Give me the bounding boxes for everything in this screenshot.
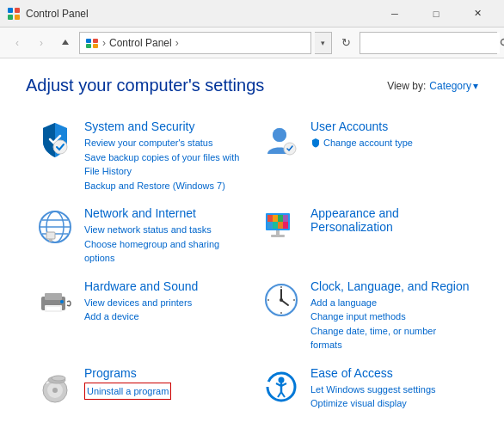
- clock-link-3[interactable]: Change date, time, or number formats: [310, 324, 470, 352]
- user-accounts-title[interactable]: User Accounts: [310, 119, 470, 133]
- svg-rect-19: [46, 232, 55, 239]
- page-title: Adjust your computer's settings: [26, 76, 264, 95]
- search-input[interactable]: [360, 33, 500, 53]
- search-box: [360, 32, 497, 54]
- svg-rect-0: [8, 8, 13, 13]
- shield-small-icon: [310, 138, 321, 148]
- categories-grid: System and Security Review your computer…: [26, 113, 478, 419]
- category-network-internet: Network and Internet View network status…: [26, 199, 252, 272]
- user-accounts-link-1[interactable]: Change account type: [323, 136, 413, 150]
- title-bar-buttons: ─ □ ✕: [375, 0, 497, 28]
- refresh-button[interactable]: ↻: [335, 33, 356, 53]
- svg-rect-34: [45, 293, 62, 300]
- maximize-button[interactable]: □: [416, 0, 456, 28]
- svg-rect-7: [93, 44, 98, 48]
- category-appearance: Appearance and Personalization: [252, 199, 478, 272]
- user-accounts-content: User Accounts Change account type: [310, 119, 470, 150]
- programs-content: Programs Uninstall a program: [84, 366, 243, 401]
- svg-rect-25: [278, 215, 283, 222]
- network-link-2[interactable]: Choose homegroup and sharing options: [84, 237, 243, 266]
- view-by-control: View by: Category ▾: [387, 80, 478, 92]
- view-by-value[interactable]: Category ▾: [429, 80, 478, 92]
- title-bar-title: Control Panel: [26, 8, 375, 20]
- svg-rect-26: [283, 215, 288, 222]
- svg-point-10: [53, 140, 67, 154]
- system-security-content: System and Security Review your computer…: [84, 119, 243, 193]
- svg-point-49: [52, 388, 58, 393]
- system-security-link-3[interactable]: Backup and Restore (Windows 7): [84, 179, 243, 193]
- ease-of-access-icon: [261, 366, 302, 407]
- appearance-title[interactable]: Appearance and Personalization: [310, 206, 470, 234]
- hardware-sound-icon: [34, 279, 76, 321]
- path-separator: ›: [102, 37, 106, 49]
- search-button[interactable]: [500, 33, 504, 53]
- svg-rect-1: [15, 8, 20, 13]
- category-ease-of-access: Ease of Access Let Windows suggest setti…: [252, 359, 478, 419]
- svg-line-58: [281, 392, 285, 397]
- clock-link-1[interactable]: Add a language: [310, 296, 470, 310]
- system-security-title[interactable]: System and Security: [84, 119, 243, 133]
- address-path: › Control Panel ›: [79, 32, 311, 54]
- appearance-icon: [261, 206, 302, 248]
- programs-link-1[interactable]: Uninstall a program: [84, 383, 171, 401]
- svg-rect-30: [283, 222, 288, 229]
- svg-rect-24: [273, 215, 278, 222]
- forward-button[interactable]: ›: [31, 33, 52, 53]
- hardware-link-1[interactable]: View devices and printers: [84, 296, 243, 310]
- svg-rect-27: [267, 222, 273, 229]
- ease-of-access-title[interactable]: Ease of Access: [310, 366, 470, 380]
- system-security-link-1[interactable]: Review your computer's status: [84, 136, 243, 150]
- svg-rect-31: [276, 230, 280, 235]
- clock-language-content: Clock, Language, and Region Add a langua…: [310, 279, 470, 352]
- category-hardware-sound: Hardware and Sound View devices and prin…: [26, 272, 252, 359]
- category-system-security: System and Security Review your computer…: [26, 113, 252, 199]
- category-clock-language: Clock, Language, and Region Add a langua…: [252, 272, 478, 359]
- svg-point-12: [273, 128, 286, 142]
- svg-point-42: [280, 298, 283, 302]
- category-user-accounts: User Accounts Change account type: [252, 113, 478, 199]
- svg-rect-29: [278, 222, 283, 229]
- hardware-sound-title[interactable]: Hardware and Sound: [84, 279, 243, 293]
- network-internet-content: Network and Internet View network status…: [84, 206, 243, 266]
- ease-of-access-content: Ease of Access Let Windows suggest setti…: [310, 366, 470, 411]
- svg-point-8: [501, 39, 505, 45]
- hardware-sound-content: Hardware and Sound View devices and prin…: [84, 279, 243, 324]
- svg-rect-2: [8, 15, 13, 20]
- path-control-panel[interactable]: Control Panel: [109, 37, 172, 49]
- svg-rect-32: [271, 235, 285, 237]
- main-content: Adjust your computer's settings View by:…: [0, 58, 504, 447]
- clock-language-title[interactable]: Clock, Language, and Region: [310, 279, 470, 293]
- ease-link-1[interactable]: Let Windows suggest settings: [310, 383, 470, 397]
- svg-rect-23: [267, 215, 273, 222]
- chevron-down-icon: ▾: [473, 80, 478, 92]
- close-button[interactable]: ✕: [458, 0, 497, 28]
- system-security-link-2[interactable]: Save backup copies of your files with Fi…: [84, 150, 243, 179]
- svg-point-37: [60, 300, 64, 303]
- programs-title[interactable]: Programs: [84, 366, 243, 380]
- title-bar-icon: [7, 7, 21, 21]
- svg-rect-36: [46, 307, 60, 310]
- change-account-row: Change account type: [310, 136, 470, 150]
- category-programs: Programs Uninstall a program: [26, 359, 252, 419]
- page-header: Adjust your computer's settings View by:…: [26, 76, 478, 95]
- svg-rect-6: [86, 44, 91, 48]
- network-internet-icon: [34, 206, 76, 248]
- programs-icon: [34, 366, 76, 407]
- clock-link-2[interactable]: Change input methods: [310, 309, 470, 324]
- svg-rect-20: [49, 239, 52, 242]
- hardware-link-2[interactable]: Add a device: [84, 309, 243, 324]
- address-bar: ‹ › › Control Panel › ▾ ↻: [0, 28, 504, 58]
- system-security-icon: [34, 119, 76, 161]
- network-link-1[interactable]: View network status and tasks: [84, 223, 243, 237]
- svg-rect-5: [93, 39, 98, 43]
- appearance-content: Appearance and Personalization: [310, 206, 470, 236]
- back-button[interactable]: ‹: [7, 33, 28, 53]
- path-separator-2: ›: [175, 37, 179, 49]
- minimize-button[interactable]: ─: [375, 0, 415, 28]
- up-button[interactable]: [55, 33, 76, 53]
- svg-point-51: [52, 376, 65, 381]
- address-dropdown[interactable]: ▾: [315, 32, 332, 54]
- svg-point-53: [279, 377, 285, 383]
- network-internet-title[interactable]: Network and Internet: [84, 206, 243, 220]
- ease-link-2[interactable]: Optimize visual display: [310, 396, 470, 411]
